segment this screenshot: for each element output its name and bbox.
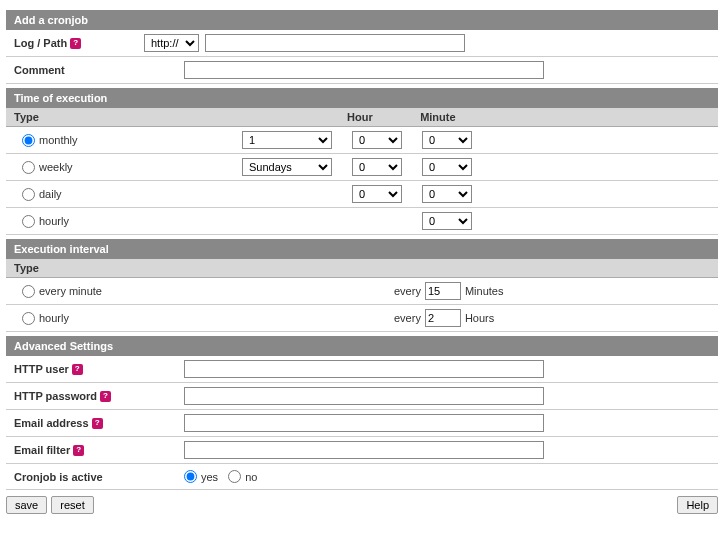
help-icon[interactable]: ? <box>100 391 111 402</box>
radio-every-minute[interactable] <box>22 285 35 298</box>
email-address-input[interactable] <box>184 414 544 432</box>
daily-minute-select[interactable]: 0 <box>422 185 472 203</box>
label-email-address-text: Email address <box>14 417 89 429</box>
label-http-user-text: HTTP user <box>14 363 69 375</box>
label-log-path: Log / Path ? <box>14 37 144 49</box>
col-header-interval-type: Type <box>14 262 39 274</box>
help-icon[interactable]: ? <box>70 38 81 49</box>
email-filter-input[interactable] <box>184 441 544 459</box>
save-button[interactable]: save <box>6 496 47 514</box>
row-hourly: hourly 0 <box>6 208 718 235</box>
button-bar: save reset Help <box>6 496 718 514</box>
http-user-input[interactable] <box>184 360 544 378</box>
reset-button[interactable]: reset <box>51 496 93 514</box>
comment-input[interactable] <box>184 61 544 79</box>
row-email-filter: Email filter ? <box>6 437 718 464</box>
label-interval-hourly: hourly <box>39 312 69 324</box>
label-comment-text: Comment <box>14 64 65 76</box>
section-header-time: Time of execution <box>6 88 718 108</box>
monthly-hour-select[interactable]: 0 <box>352 131 402 149</box>
radio-interval-hourly[interactable] <box>22 312 35 325</box>
daily-hour-select[interactable]: 0 <box>352 185 402 203</box>
path-input[interactable] <box>205 34 465 52</box>
weekly-minute-select[interactable]: 0 <box>422 158 472 176</box>
input-hours[interactable] <box>425 309 461 327</box>
section-header-add: Add a cronjob <box>6 10 718 30</box>
section-header-interval: Execution interval <box>6 239 718 259</box>
row-weekly: weekly Sundays 0 0 <box>6 154 718 181</box>
label-email-filter-text: Email filter <box>14 444 70 456</box>
weekly-day-select[interactable]: Sundays <box>242 158 332 176</box>
hourly-minute-select[interactable]: 0 <box>422 212 472 230</box>
label-daily: daily <box>39 188 62 200</box>
help-icon[interactable]: ? <box>72 364 83 375</box>
unit-minutes: Minutes <box>465 285 504 297</box>
label-active-text: Cronjob is active <box>14 471 103 483</box>
monthly-minute-select[interactable]: 0 <box>422 131 472 149</box>
row-email-address: Email address ? <box>6 410 718 437</box>
col-header-hour: Hour <box>347 111 417 123</box>
label-comment: Comment <box>14 64 184 76</box>
time-sub-header: Type Hour Minute <box>6 108 718 127</box>
help-icon[interactable]: ? <box>92 418 103 429</box>
monthly-day-select[interactable]: 1 <box>242 131 332 149</box>
row-monthly: monthly 1 0 0 <box>6 127 718 154</box>
label-yes: yes <box>201 471 218 483</box>
label-weekly: weekly <box>39 161 73 173</box>
label-http-password: HTTP password ? <box>14 390 184 402</box>
text-every-minute: every <box>394 285 421 297</box>
row-daily: daily 0 0 <box>6 181 718 208</box>
interval-sub-header: Type <box>6 259 718 278</box>
radio-daily[interactable] <box>22 188 35 201</box>
unit-hours: Hours <box>465 312 494 324</box>
text-every-hour: every <box>394 312 421 324</box>
input-minutes[interactable] <box>425 282 461 300</box>
http-password-input[interactable] <box>184 387 544 405</box>
radio-active-yes[interactable] <box>184 470 197 483</box>
row-log-path: Log / Path ? http:// <box>6 30 718 57</box>
radio-weekly[interactable] <box>22 161 35 174</box>
label-email-address: Email address ? <box>14 417 184 429</box>
weekly-hour-select[interactable]: 0 <box>352 158 402 176</box>
row-interval-minute: every minute every Minutes <box>6 278 718 305</box>
col-header-minute: Minute <box>420 111 490 123</box>
row-http-user: HTTP user ? <box>6 356 718 383</box>
label-http-password-text: HTTP password <box>14 390 97 402</box>
row-interval-hour: hourly every Hours <box>6 305 718 332</box>
protocol-select[interactable]: http:// <box>144 34 199 52</box>
radio-hourly[interactable] <box>22 215 35 228</box>
label-active: Cronjob is active <box>14 471 184 483</box>
row-http-password: HTTP password ? <box>6 383 718 410</box>
label-hourly: hourly <box>39 215 69 227</box>
help-button[interactable]: Help <box>677 496 718 514</box>
label-email-filter: Email filter ? <box>14 444 184 456</box>
section-header-advanced: Advanced Settings <box>6 336 718 356</box>
radio-monthly[interactable] <box>22 134 35 147</box>
label-monthly: monthly <box>39 134 78 146</box>
label-every-minute: every minute <box>39 285 102 297</box>
row-comment: Comment <box>6 57 718 84</box>
row-active: Cronjob is active yes no <box>6 464 718 490</box>
label-http-user: HTTP user ? <box>14 363 184 375</box>
label-no: no <box>245 471 257 483</box>
help-icon[interactable]: ? <box>73 445 84 456</box>
label-log-path-text: Log / Path <box>14 37 67 49</box>
radio-active-no[interactable] <box>228 470 241 483</box>
col-header-type: Type <box>14 111 344 123</box>
